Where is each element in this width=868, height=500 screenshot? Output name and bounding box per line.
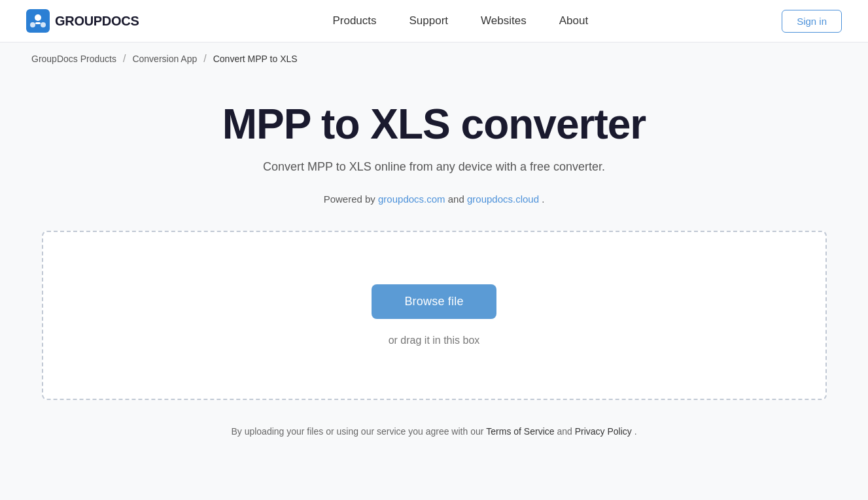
powered-by-prefix: Powered by: [324, 193, 378, 205]
breadcrumb: GroupDocs Products / Conversion App / Co…: [0, 42, 868, 75]
terms-of-service-link[interactable]: Terms of Service: [486, 426, 554, 437]
groupdocs-logo-icon: [26, 9, 50, 33]
breadcrumb-conversion-app[interactable]: Conversion App: [132, 54, 197, 64]
sign-in-button[interactable]: Sign in: [782, 10, 842, 33]
powered-by-middle: and: [448, 193, 467, 205]
navbar: GROUPDOCS Products Support Websites Abou…: [0, 0, 868, 42]
groupdocs-com-link[interactable]: groupdocs.com: [378, 193, 445, 205]
breadcrumb-current: Convert MPP to XLS: [213, 54, 298, 64]
logo-text: GROUPDOCS: [55, 14, 139, 29]
powered-by-text: Powered by groupdocs.com and groupdocs.c…: [324, 193, 545, 205]
privacy-policy-link[interactable]: Privacy Policy: [575, 426, 632, 437]
nav-products[interactable]: Products: [332, 14, 376, 27]
svg-point-2: [30, 22, 35, 27]
svg-point-1: [35, 14, 41, 21]
groupdocs-cloud-link[interactable]: groupdocs.cloud: [467, 193, 539, 205]
nav-support[interactable]: Support: [409, 14, 449, 27]
breadcrumb-groupdocs-products[interactable]: GroupDocs Products: [31, 54, 116, 64]
nav-websites[interactable]: Websites: [481, 14, 527, 27]
breadcrumb-separator-2: /: [203, 53, 206, 65]
navbar-nav: Products Support Websites About: [332, 14, 588, 27]
svg-point-3: [41, 22, 46, 27]
upload-dropzone[interactable]: Browse file or drag it in this box: [42, 231, 827, 400]
footer-note: By uploading your files or using our ser…: [231, 426, 636, 437]
page-subtitle: Convert MPP to XLS online from any devic…: [263, 160, 605, 174]
browse-file-button[interactable]: Browse file: [372, 284, 496, 319]
navbar-actions: Sign in: [782, 10, 842, 33]
drag-text: or drag it in this box: [389, 335, 480, 346]
powered-by-suffix: .: [542, 193, 544, 205]
navbar-logo-area: GROUPDOCS: [26, 9, 139, 33]
nav-about[interactable]: About: [559, 14, 588, 27]
main-content: MPP to XLS converter Convert MPP to XLS …: [0, 75, 868, 476]
footer-note-prefix: By uploading your files or using our ser…: [231, 426, 486, 437]
page-title: MPP to XLS converter: [222, 101, 646, 147]
svg-rect-4: [35, 22, 41, 24]
footer-note-suffix: .: [634, 426, 637, 437]
breadcrumb-separator-1: /: [123, 53, 126, 65]
footer-note-middle: and: [557, 426, 574, 437]
